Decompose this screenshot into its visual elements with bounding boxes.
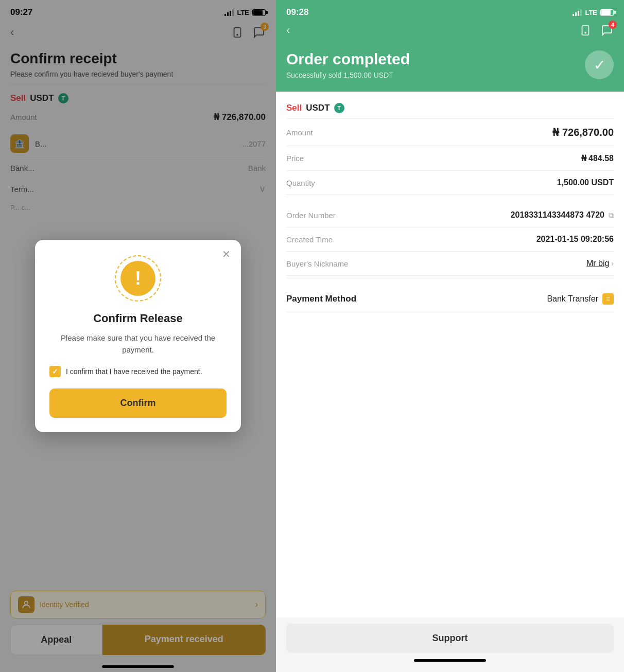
order-number-value: 2018331143344873 4720 xyxy=(511,210,604,220)
nickname-arrow-icon: › xyxy=(611,259,614,268)
back-button-right[interactable]: ‹ xyxy=(286,24,290,37)
amount-label-right: Amount xyxy=(286,128,313,137)
price-row: Price ₦ 484.58 xyxy=(286,146,614,171)
header-subtitle: Successfully sold 1,500.00 USDT xyxy=(286,71,410,79)
completed-check-icon: ✓ xyxy=(585,50,614,79)
quantity-value: 1,500.00 USDT xyxy=(557,178,614,187)
sell-badge-right: Sell xyxy=(286,103,302,113)
lte-label-right: LTE xyxy=(585,9,597,16)
quantity-label: Quantity xyxy=(286,179,315,187)
chat-badge-right: 4 xyxy=(609,21,617,29)
order-number-row: Order Number 2018331143344873 4720 ⧉ xyxy=(286,203,614,227)
buyer-nickname-wrap[interactable]: Mr big › xyxy=(586,259,614,268)
tether-icon-right: T xyxy=(334,103,344,113)
modal-confirm-button[interactable]: Confirm xyxy=(49,388,227,418)
signal-icon-right xyxy=(573,9,582,16)
confirm-release-modal: ✕ ! Confirm Release Please make sure tha… xyxy=(35,240,241,432)
time-right: 09:28 xyxy=(286,7,308,17)
order-number-wrap: 2018331143344873 4720 ⧉ xyxy=(511,210,614,220)
checkmark-icon: ✓ xyxy=(52,367,58,376)
modal-title: Confirm Release xyxy=(49,312,227,325)
nav-icons-right: 4 xyxy=(579,24,614,37)
modal-overlay: ✕ ! Confirm Release Please make sure tha… xyxy=(0,0,276,672)
svg-point-4 xyxy=(585,32,586,33)
modal-checkbox-row[interactable]: ✓ I confirm that I have received the pay… xyxy=(49,366,227,377)
buyer-nickname-label: Buyer's Nickname xyxy=(286,259,348,268)
buyer-nickname-value: Mr big xyxy=(586,259,609,268)
created-time-label: Created Time xyxy=(286,235,333,244)
modal-close-button[interactable]: ✕ xyxy=(222,248,231,260)
created-time-value: 2021-01-15 09:20:56 xyxy=(536,235,614,244)
payment-method-row: Payment Method Bank Transfer ≡ xyxy=(286,286,614,312)
status-icons-right: LTE xyxy=(573,9,614,16)
chat-icon-right[interactable]: 4 xyxy=(600,24,614,37)
copy-icon[interactable]: ⧉ xyxy=(609,211,614,220)
home-indicator-right xyxy=(414,659,486,662)
header-title: Order completed xyxy=(286,50,410,68)
warning-icon-outer: ! xyxy=(115,255,161,302)
modal-icon-wrap: ! xyxy=(49,255,227,302)
amount-value-right: ₦ 726,870.00 xyxy=(552,126,614,138)
warning-icon-inner: ! xyxy=(120,261,155,296)
coin-name-right: USDT xyxy=(306,103,330,113)
price-label: Price xyxy=(286,154,304,163)
created-time-row: Created Time 2021-01-15 09:20:56 xyxy=(286,227,614,252)
battery-icon-right xyxy=(600,9,614,16)
checkbox-label: I confirm that I have received the payme… xyxy=(66,367,202,376)
order-number-label: Order Number xyxy=(286,211,336,220)
header-text-wrap: Order completed Successfully sold 1,500.… xyxy=(286,50,410,79)
buyer-nickname-row: Buyer's Nickname Mr big › xyxy=(286,252,614,276)
support-button[interactable]: Support xyxy=(286,624,614,653)
left-panel: 09:27 LTE ‹ xyxy=(0,0,276,672)
quantity-row: Quantity 1,500.00 USDT xyxy=(286,171,614,195)
phone-icon-right[interactable] xyxy=(579,24,592,37)
payment-method-wrap: Bank Transfer ≡ xyxy=(547,293,614,305)
payment-method-value: Bank Transfer xyxy=(547,294,598,304)
right-panel: 09:28 LTE ‹ xyxy=(276,0,624,672)
sell-row-right: Sell USDT T xyxy=(286,100,614,119)
header-right: Order completed Successfully sold 1,500.… xyxy=(276,42,624,92)
content-right: Sell USDT T Amount ₦ 726,870.00 Price ₦ … xyxy=(276,92,624,617)
modal-description: Please make sure that you have received … xyxy=(49,332,227,356)
amount-row-right: Amount ₦ 726,870.00 xyxy=(286,119,614,146)
status-bar-right: 09:28 LTE xyxy=(276,0,624,22)
checkbox-icon[interactable]: ✓ xyxy=(49,366,61,377)
bottom-right: Support xyxy=(276,617,624,672)
payment-method-label: Payment Method xyxy=(286,294,356,304)
price-value: ₦ 484.58 xyxy=(581,153,614,163)
nav-bar-right: ‹ 4 xyxy=(276,22,624,42)
bank-transfer-icon: ≡ xyxy=(602,293,614,305)
